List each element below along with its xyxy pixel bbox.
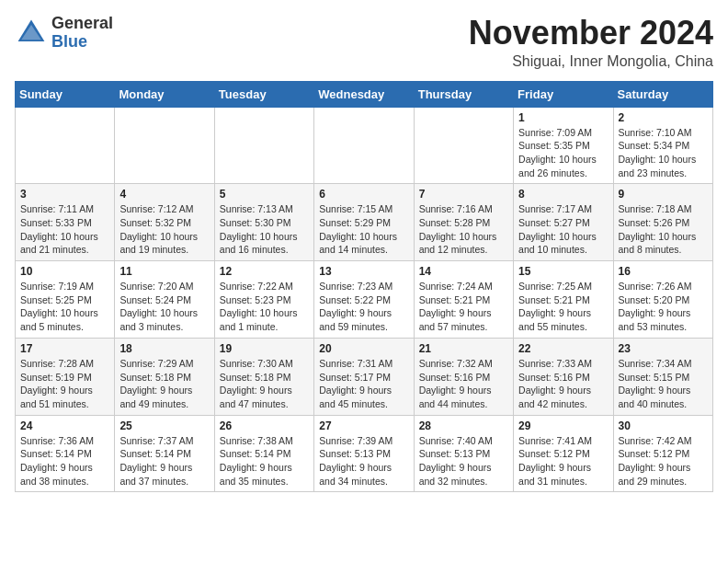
weekday-header: Friday: [514, 81, 613, 107]
day-info: Sunrise: 7:18 AM Sunset: 5:26 PM Dayligh…: [619, 202, 708, 257]
day-number: 7: [419, 188, 508, 201]
day-info: Sunrise: 7:16 AM Sunset: 5:28 PM Dayligh…: [419, 202, 508, 257]
calendar-cell: [16, 107, 115, 184]
calendar-cell: 9Sunrise: 7:18 AM Sunset: 5:26 PM Daylig…: [613, 184, 712, 261]
day-info: Sunrise: 7:19 AM Sunset: 5:25 PM Dayligh…: [20, 280, 109, 334]
day-number: 20: [319, 342, 408, 355]
day-info: Sunrise: 7:30 AM Sunset: 5:18 PM Dayligh…: [220, 357, 309, 411]
day-info: Sunrise: 7:23 AM Sunset: 5:22 PM Dayligh…: [319, 280, 408, 334]
day-info: Sunrise: 7:37 AM Sunset: 5:14 PM Dayligh…: [119, 434, 209, 488]
calendar-cell: 3Sunrise: 7:11 AM Sunset: 5:33 PM Daylig…: [16, 184, 115, 261]
calendar-cell: 27Sunrise: 7:39 AM Sunset: 5:13 PM Dayli…: [314, 415, 414, 492]
weekday-header: Thursday: [414, 81, 513, 107]
day-number: 17: [20, 342, 109, 355]
day-number: 13: [319, 265, 408, 278]
day-info: Sunrise: 7:17 AM Sunset: 5:27 PM Dayligh…: [518, 202, 608, 257]
calendar-cell: 24Sunrise: 7:36 AM Sunset: 5:14 PM Dayli…: [16, 415, 115, 492]
day-number: 27: [319, 419, 408, 432]
location-title: Shiguai, Inner Mongolia, China: [469, 53, 713, 70]
day-info: Sunrise: 7:11 AM Sunset: 5:33 PM Dayligh…: [20, 202, 109, 257]
day-info: Sunrise: 7:26 AM Sunset: 5:20 PM Dayligh…: [619, 280, 708, 334]
day-info: Sunrise: 7:10 AM Sunset: 5:34 PM Dayligh…: [619, 126, 708, 180]
calendar-cell: [115, 107, 214, 184]
calendar-cell: 14Sunrise: 7:24 AM Sunset: 5:21 PM Dayli…: [414, 261, 513, 339]
day-info: Sunrise: 7:34 AM Sunset: 5:15 PM Dayligh…: [619, 357, 708, 411]
calendar-cell: 11Sunrise: 7:20 AM Sunset: 5:24 PM Dayli…: [115, 261, 214, 339]
day-number: 1: [518, 111, 608, 124]
weekday-header: Sunday: [16, 81, 115, 107]
calendar-cell: [414, 107, 513, 184]
day-number: 30: [619, 419, 708, 432]
calendar-cell: 7Sunrise: 7:16 AM Sunset: 5:28 PM Daylig…: [414, 184, 513, 261]
month-title: November 2024: [469, 15, 713, 52]
calendar-cell: 13Sunrise: 7:23 AM Sunset: 5:22 PM Dayli…: [314, 261, 414, 339]
calendar-cell: 6Sunrise: 7:15 AM Sunset: 5:29 PM Daylig…: [314, 184, 414, 261]
calendar-table: SundayMondayTuesdayWednesdayThursdayFrid…: [15, 81, 713, 493]
calendar-cell: 4Sunrise: 7:12 AM Sunset: 5:32 PM Daylig…: [115, 184, 214, 261]
day-info: Sunrise: 7:38 AM Sunset: 5:14 PM Dayligh…: [220, 434, 309, 488]
day-number: 11: [119, 265, 209, 278]
calendar-cell: 29Sunrise: 7:41 AM Sunset: 5:12 PM Dayli…: [514, 415, 613, 492]
day-info: Sunrise: 7:15 AM Sunset: 5:29 PM Dayligh…: [319, 202, 408, 257]
day-number: 15: [518, 265, 608, 278]
calendar-week-row: 10Sunrise: 7:19 AM Sunset: 5:25 PM Dayli…: [16, 261, 713, 339]
calendar-cell: 1Sunrise: 7:09 AM Sunset: 5:35 PM Daylig…: [514, 107, 613, 184]
day-number: 24: [20, 419, 109, 432]
day-info: Sunrise: 7:22 AM Sunset: 5:23 PM Dayligh…: [220, 280, 309, 334]
day-number: 4: [119, 188, 209, 201]
calendar-cell: 8Sunrise: 7:17 AM Sunset: 5:27 PM Daylig…: [514, 184, 613, 261]
day-number: 10: [20, 265, 109, 278]
day-info: Sunrise: 7:31 AM Sunset: 5:17 PM Dayligh…: [319, 357, 408, 411]
day-number: 25: [119, 419, 209, 432]
day-number: 5: [220, 188, 309, 201]
calendar-cell: [214, 107, 313, 184]
calendar-cell: 26Sunrise: 7:38 AM Sunset: 5:14 PM Dayli…: [214, 415, 313, 492]
day-info: Sunrise: 7:36 AM Sunset: 5:14 PM Dayligh…: [20, 434, 109, 488]
logo: General Blue: [15, 15, 113, 52]
calendar-cell: 19Sunrise: 7:30 AM Sunset: 5:18 PM Dayli…: [214, 338, 313, 415]
day-info: Sunrise: 7:12 AM Sunset: 5:32 PM Dayligh…: [119, 202, 209, 257]
calendar-cell: 23Sunrise: 7:34 AM Sunset: 5:15 PM Dayli…: [613, 338, 712, 415]
day-info: Sunrise: 7:20 AM Sunset: 5:24 PM Dayligh…: [119, 280, 209, 334]
day-info: Sunrise: 7:25 AM Sunset: 5:21 PM Dayligh…: [518, 280, 608, 334]
weekday-header: Wednesday: [314, 81, 414, 107]
title-section: November 2024 Shiguai, Inner Mongolia, C…: [469, 15, 713, 70]
logo-blue-text: Blue: [51, 32, 87, 51]
weekday-row: SundayMondayTuesdayWednesdayThursdayFrid…: [16, 81, 713, 107]
calendar-week-row: 1Sunrise: 7:09 AM Sunset: 5:35 PM Daylig…: [16, 107, 713, 184]
day-number: 6: [319, 188, 408, 201]
day-number: 22: [518, 342, 608, 355]
day-info: Sunrise: 7:28 AM Sunset: 5:19 PM Dayligh…: [20, 357, 109, 411]
day-info: Sunrise: 7:42 AM Sunset: 5:12 PM Dayligh…: [619, 434, 708, 488]
calendar-cell: 25Sunrise: 7:37 AM Sunset: 5:14 PM Dayli…: [115, 415, 214, 492]
calendar-cell: 5Sunrise: 7:13 AM Sunset: 5:30 PM Daylig…: [214, 184, 313, 261]
calendar-header: SundayMondayTuesdayWednesdayThursdayFrid…: [16, 81, 713, 107]
calendar-cell: 20Sunrise: 7:31 AM Sunset: 5:17 PM Dayli…: [314, 338, 414, 415]
calendar-week-row: 3Sunrise: 7:11 AM Sunset: 5:33 PM Daylig…: [16, 184, 713, 261]
day-number: 12: [220, 265, 309, 278]
day-number: 19: [220, 342, 309, 355]
day-number: 29: [518, 419, 608, 432]
calendar-cell: 2Sunrise: 7:10 AM Sunset: 5:34 PM Daylig…: [613, 107, 712, 184]
day-info: Sunrise: 7:24 AM Sunset: 5:21 PM Dayligh…: [419, 280, 508, 334]
calendar-cell: 22Sunrise: 7:33 AM Sunset: 5:16 PM Dayli…: [514, 338, 613, 415]
day-number: 23: [619, 342, 708, 355]
day-number: 8: [518, 188, 608, 201]
day-number: 2: [619, 111, 708, 124]
calendar-cell: 15Sunrise: 7:25 AM Sunset: 5:21 PM Dayli…: [514, 261, 613, 339]
day-number: 14: [419, 265, 508, 278]
day-info: Sunrise: 7:32 AM Sunset: 5:16 PM Dayligh…: [419, 357, 508, 411]
logo-icon: [15, 17, 48, 50]
day-number: 26: [220, 419, 309, 432]
day-info: Sunrise: 7:09 AM Sunset: 5:35 PM Dayligh…: [518, 126, 608, 180]
calendar-cell: 17Sunrise: 7:28 AM Sunset: 5:19 PM Dayli…: [16, 338, 115, 415]
day-info: Sunrise: 7:39 AM Sunset: 5:13 PM Dayligh…: [319, 434, 408, 488]
calendar-cell: 30Sunrise: 7:42 AM Sunset: 5:12 PM Dayli…: [613, 415, 712, 492]
day-number: 16: [619, 265, 708, 278]
day-info: Sunrise: 7:41 AM Sunset: 5:12 PM Dayligh…: [518, 434, 608, 488]
logo-general: General: [51, 14, 113, 32]
day-number: 3: [20, 188, 109, 201]
logo-text: General Blue: [51, 15, 113, 52]
calendar-cell: 21Sunrise: 7:32 AM Sunset: 5:16 PM Dayli…: [414, 338, 513, 415]
calendar-body: 1Sunrise: 7:09 AM Sunset: 5:35 PM Daylig…: [16, 107, 713, 492]
